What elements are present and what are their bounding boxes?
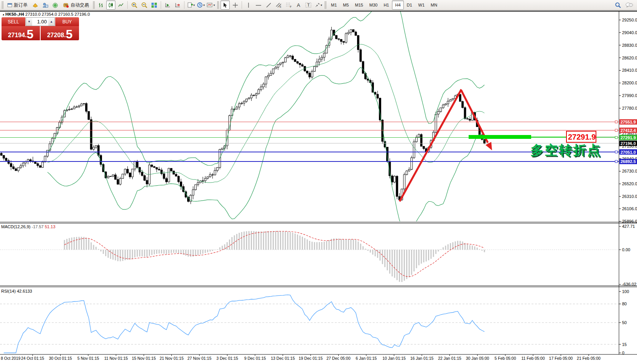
new-order-icon [7,3,12,8]
timeframe-h1[interactable]: H1 [380,0,392,10]
price-tag-label: 27551.9 [621,120,636,124]
line-chart-mode-icon[interactable] [116,0,125,10]
volume-decrease-button[interactable]: ▼ [26,18,32,26]
price-tick-label: 28620.0 [622,56,637,60]
vertical-line-tool-icon[interactable] [244,0,253,10]
price-callout-text: 27291.9 [568,133,596,141]
time-tick-label: 27 Nov 01:15 [188,356,212,361]
auto-trading-button[interactable]: 自动交易 [61,0,91,10]
rsi-indicator-label: RSI(14) 42.6133 [1,289,32,293]
terminal-window: 新订单 自动交易 [0,0,637,364]
trendline-tool-icon[interactable] [264,0,273,10]
volume-increase-button[interactable]: ▲ [48,18,54,26]
crosshair-tool-icon[interactable] [230,0,240,10]
svg-text:T: T [307,3,310,7]
timeframe-w1[interactable]: W1 [415,0,428,10]
sell-button[interactable]: SELL [2,17,25,26]
fibonacci-tool-icon[interactable]: F [284,0,293,10]
price-axis: 29250.029040.028830.028620.028410.028200… [615,18,637,355]
time-tick-label: 13 Dec 01:15 [271,356,295,361]
price-tick-label: 27780.0 [622,106,637,110]
macd-indicator-label: MACD(12,26,9) -17.57 51.13 [1,224,55,229]
rsi-value: 42.6133 [17,289,32,293]
toolbar-grip[interactable] [2,1,3,9]
chart-top-border [0,11,637,12]
price-tick-label: 28410.0 [622,68,637,72]
price-tick-label: 29250.0 [622,18,637,22]
price-tick-label: 26310.0 [622,194,637,199]
timeframe-m5[interactable]: M5 [340,0,352,10]
buy-price-int: 27208 [47,32,64,38]
time-tick-label: 3 Dec 01:15 [216,356,238,361]
zoom-out-icon[interactable] [140,0,149,10]
time-tick-label: 6 Jan 01:15 [356,356,377,361]
arrows-caret-icon: ▾ [321,3,322,7]
tile-windows-icon[interactable] [150,0,159,10]
timeframe-h4[interactable]: H4 [392,0,403,10]
text-label-tool-icon[interactable]: T [304,0,313,10]
templates-caret-icon: ▾ [193,3,195,7]
price-tag-label: 27196.0 [621,141,636,146]
volume-spinner: ▼ 1.00 ▲ [26,17,55,26]
volume-input[interactable]: 1.00 [32,18,48,26]
main-toolbar: 新订单 自动交易 [0,0,637,10]
timeframe-m1[interactable]: M1 [328,0,340,10]
timeframe-d1[interactable]: D1 [404,0,415,10]
time-tick-label: 30 Jan 05:00 [466,356,489,361]
arrows-tool-icon[interactable]: ▾ [314,0,323,10]
period-menu-icon[interactable]: ▾ [196,0,206,10]
svg-text:F: F [290,5,291,8]
time-tick-label: 19 Dec 01:15 [299,356,323,361]
buy-button[interactable]: BUY [55,17,79,26]
candlestick-mode-icon[interactable] [106,0,115,10]
timeframe-mn[interactable]: MN [428,0,440,10]
time-tick-label: 5 Nov 01:15 [77,356,99,361]
channel-tool-icon[interactable]: E [274,0,283,10]
auto-trading-icon [63,2,69,8]
timeframe-m30[interactable]: M30 [366,0,380,10]
bar-chart-mode-icon[interactable] [96,0,105,10]
text-tool-icon[interactable]: A [294,0,303,10]
buy-price-button[interactable]: 27208.5 [41,26,79,40]
sell-price-int: 27194 [8,32,25,38]
market-watch-icon[interactable] [31,0,40,10]
up-trend-arrow [400,89,461,201]
collapse-arrow-icon[interactable]: ▴ [3,13,4,16]
svg-text:E: E [280,5,281,8]
period-caret-icon: ▾ [203,3,205,7]
chart-quote-header: ▴ HK50-,H4 27310.0 27354.0 27160.5 27196… [3,12,90,16]
auto-scroll-icon[interactable] [163,0,172,10]
chat-icon[interactable] [625,0,634,10]
horizontal-line-tool-icon[interactable] [254,0,263,10]
time-tick-label: 8 Oct 2019 [1,356,21,361]
zoom-in-icon[interactable] [130,0,139,10]
time-tick-label: 21 Nov 01:15 [160,356,184,361]
chart-canvas[interactable]: 27291.9多空转折点多空转折点29250.029040.028830.028… [0,0,637,364]
time-tick-label: 10 Jan 01:15 [382,356,406,361]
price-tag-label: 26892.5 [621,159,636,164]
price-tag-label: 27051.0 [621,150,636,155]
sell-price-frac: 5 [27,29,34,40]
navigator-icon[interactable] [51,0,60,10]
time-tick-label: 22 Jan 01:15 [438,356,461,361]
chart-shift-icon[interactable] [173,0,182,10]
support-highlight-bar[interactable] [469,135,531,139]
search-icon[interactable] [613,0,622,10]
rsi-pane [0,295,619,353]
price-tag-label: 27291.9 [621,135,636,140]
time-tick-label: 11 Feb 05:00 [521,356,545,361]
timeframe-m15[interactable]: M15 [352,0,366,10]
indicators-menu-icon[interactable]: ▾ [206,0,216,10]
time-tick-label: 24 Oct 01:15 [21,356,44,361]
templates-icon[interactable]: ▾ [186,0,196,10]
time-tick-label: 9 Dec 01:15 [244,356,266,361]
sell-price-button[interactable]: 27194.5 [2,26,40,40]
turning-point-text[interactable]: 多空转折点 [530,143,601,157]
symbol-period-label: HK50-,H4 [5,12,24,16]
time-tick-label: 11 Nov 01:15 [104,356,128,361]
rsi-axis-label: 100 [622,289,629,294]
time-axis: 8 Oct 201924 Oct 01:1530 Oct 01:155 Nov … [1,354,601,361]
new-order-button[interactable]: 新订单 [5,0,30,10]
cursor-tool-icon[interactable] [221,0,230,10]
data-window-icon[interactable] [41,0,50,10]
